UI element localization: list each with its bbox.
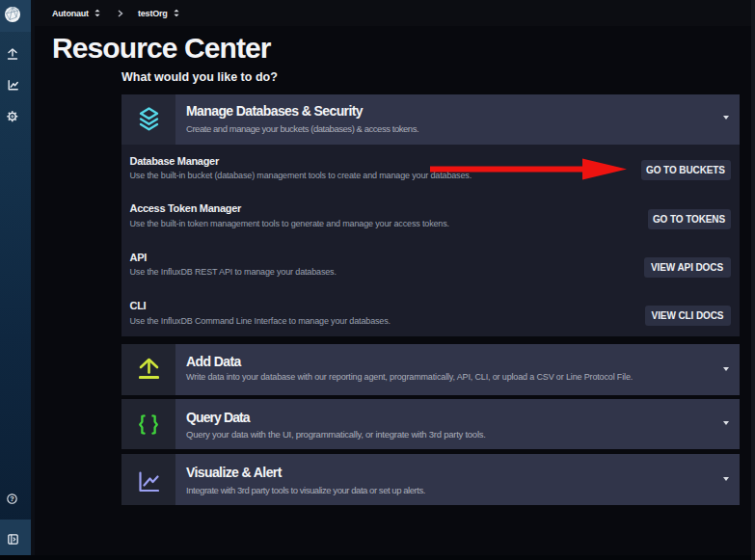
svg-text:?: ? [10, 494, 14, 503]
